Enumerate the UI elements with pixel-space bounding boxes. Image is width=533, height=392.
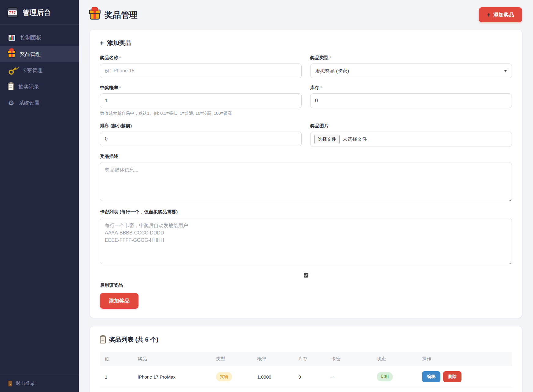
sidebar-item-label: 奖品管理 [20,51,41,58]
prize-list-card: 奖品列表 (共 6 个) ID 奖品 类型 概率 库存 卡密 状态 操作 1 i… [90,326,522,392]
prize-type-label: 奖品类型* [310,55,512,61]
probability-hint: 数值越大越容易中，默认1。例: 0.1=极低, 1=普通, 10=较高, 100… [100,111,302,116]
bar-chart-icon [8,34,16,41]
form-grid: 奖品名称* 奖品类型* 虚拟奖品 (卡密) 中奖概率* [100,55,512,154]
prize-type-field: 奖品类型* 虚拟奖品 (卡密) [310,55,512,78]
sidebar-item-cardkeys[interactable]: 卡密管理 [0,62,79,78]
cell-id: 1 [100,366,133,387]
logout-label: 退出登录 [16,380,35,387]
required-mark: * [320,85,322,90]
cell-status: 启用 [372,366,417,387]
cell-prob: 1.0000 [252,366,294,387]
col-type: 类型 [211,352,252,366]
image-file-input[interactable]: 选择文件 未选择文件 [310,132,512,147]
image-label: 奖品图片 [310,123,512,129]
add-prize-card: + 添加奖品 奖品名称* 奖品类型* 虚拟奖品 (卡密) [90,30,522,318]
prize-type-select-wrap: 虚拟奖品 (卡密) [310,64,512,78]
status-badge: 启用 [377,372,393,381]
sidebar-item-label: 抽奖记录 [18,83,39,90]
sidebar-item-settings[interactable]: ⚙ 系统设置 [0,95,79,111]
type-badge: 实物 [216,372,232,381]
description-textarea[interactable] [100,162,512,201]
col-key: 卡密 [326,352,372,366]
sort-field: 排序 (越小越前) [100,123,302,147]
cardkeys-field: 卡密列表 (每行一个，仅虚拟奖品需要) [100,209,512,265]
sort-input[interactable] [100,132,302,146]
prize-list-title: 奖品列表 (共 6 个) [100,336,512,344]
sidebar-item-label: 控制面板 [20,34,41,41]
probability-label: 中奖概率* [100,85,302,91]
gift-icon [90,13,100,20]
probability-field: 中奖概率* 数值越大越容易中，默认1。例: 0.1=极低, 1=普通, 10=较… [100,85,302,116]
page-title: 奖品管理 [90,9,138,20]
logout-button[interactable]: 退出登录 [0,375,79,392]
cell-name: iPhone 17 ProMax [133,366,211,387]
cell-key: 0 个 [326,387,372,392]
col-stock: 库存 [294,352,327,366]
sidebar-item-label: 卡密管理 [22,67,42,74]
prize-name-input[interactable] [100,64,302,78]
sort-label: 排序 (越小越前) [100,123,302,129]
sidebar-nav: 控制面板 奖品管理 卡密管理 抽奖记录 ⚙ 系统设置 [0,25,79,111]
cell-id: 2 [100,387,133,392]
add-prize-submit-button[interactable]: 添加奖品 [100,293,138,309]
delete-button[interactable]: 删除 [443,371,461,382]
sidebar-item-dashboard[interactable]: 控制面板 [0,30,79,46]
door-icon [8,381,12,387]
page-header: 奖品管理 + 添加奖品 [90,7,522,22]
cell-type: 实物 [211,366,252,387]
stock-label: 库存* [310,85,512,91]
enable-checkbox-row [100,272,512,279]
sidebar-item-prizes[interactable]: 奖品管理 [0,46,79,62]
image-field: 奖品图片 选择文件 未选择文件 [310,123,512,147]
file-status-text: 未选择文件 [343,136,367,143]
plus-icon: + [100,40,104,46]
app-title: 管理后台 [23,8,51,17]
add-prize-card-title: + 添加奖品 [100,39,512,47]
sidebar-item-records[interactable]: 抽奖记录 [0,78,79,95]
probability-input[interactable] [100,93,302,108]
slot-machine-icon: 777 [7,7,18,18]
key-icon [7,65,18,75]
col-id: ID [100,352,133,366]
description-label: 奖品描述 [100,154,512,159]
prize-name-field: 奖品名称* [100,55,302,78]
col-prize: 奖品 [133,352,211,366]
sidebar-item-label: 系统设置 [19,100,40,107]
cardkeys-textarea[interactable] [100,218,512,264]
required-mark: * [119,85,121,90]
enable-checkbox[interactable] [304,273,308,278]
col-prob: 概率 [252,352,294,366]
description-field: 奖品描述 [100,154,512,202]
gear-icon: ⚙ [8,100,14,107]
cardkeys-label: 卡密列表 (每行一个，仅虚拟奖品需要) [100,209,512,215]
cell-key: - [326,366,372,387]
cell-stock: 10 [294,387,327,392]
sidebar: 777 管理后台 控制面板 奖品管理 卡密管理 抽奖记录 ⚙ 系统设置 退出登录 [0,0,79,392]
table-row: 1 iPhone 17 ProMax 实物 1.0000 9 - 启用 编辑删除 [100,366,512,387]
cell-actions: 编辑删除 [417,387,512,392]
cell-status: 启用 [372,387,417,392]
required-mark: * [329,55,331,60]
cell-prob: 1.0000 [252,387,294,392]
table-row: 2 美的电饭锅 虚拟 1.0000 10 0 个 启用 编辑删除 [100,387,512,392]
add-prize-button-top[interactable]: + 添加奖品 [479,7,522,22]
cell-type: 虚拟 [211,387,252,392]
choose-file-button[interactable]: 选择文件 [314,135,340,144]
enable-label: 启用该奖品 [100,282,512,288]
required-mark: * [119,55,121,60]
stock-field: 库存* [310,85,512,116]
plus-icon: + [487,12,491,18]
col-status: 状态 [372,352,417,366]
clipboard-icon [8,83,14,90]
prize-type-select[interactable]: 虚拟奖品 (卡密) [310,64,512,78]
prize-name-label: 奖品名称* [100,55,302,61]
cell-name: 美的电饭锅 [133,387,211,392]
clipboard-icon [100,336,106,343]
cell-actions: 编辑删除 [417,366,512,387]
col-actions: 操作 [417,352,512,366]
main-content: 奖品管理 + 添加奖品 + 添加奖品 奖品名称* 奖品类型* [79,0,533,392]
cell-stock: 9 [294,366,327,387]
edit-button[interactable]: 编辑 [422,371,440,382]
stock-input[interactable] [310,93,512,108]
